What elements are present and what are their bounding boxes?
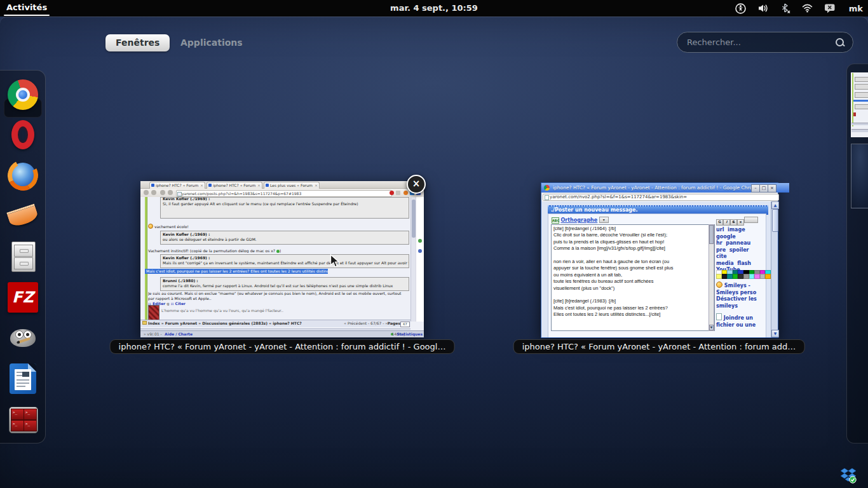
user-avatar	[148, 305, 159, 321]
tab-windows[interactable]: Fenêtres	[105, 34, 170, 51]
bbcode-media-link[interactable]: media	[716, 261, 734, 266]
folder-icon	[142, 321, 147, 325]
dock-filezilla-icon[interactable]: FZ	[8, 282, 38, 313]
volume-icon[interactable]	[757, 3, 770, 13]
attach-block: Joindre un fichier ou une	[716, 313, 756, 329]
bbcode-hr-link[interactable]: hr	[716, 240, 722, 246]
bold-button[interactable]: G	[716, 219, 723, 226]
bbcode-url-link[interactable]: url	[716, 227, 724, 233]
im-status-icon[interactable]	[824, 3, 836, 14]
maximize-button[interactable]: □	[759, 184, 768, 193]
browser-tab-3[interactable]: Les plus vues « Forum y... ×	[264, 182, 320, 189]
bbcode-flash-link[interactable]: flash	[737, 261, 751, 266]
attach-link[interactable]: Joindre un	[724, 315, 753, 321]
address-bar[interactable]: yaronet.com/posts.php?sl=&h=1983&s=11727…	[176, 190, 392, 197]
window-thumbnail-2[interactable]: iphone? HTC? « Forum yAronet - yAronet -…	[541, 182, 778, 338]
dropbox-tray-icon[interactable]	[840, 468, 858, 484]
bbcode-pre-link[interactable]: pre	[716, 247, 726, 253]
adblock-icon[interactable]	[390, 191, 394, 195]
home-button[interactable]	[168, 190, 173, 195]
tab-close-icon[interactable]: ×	[257, 183, 261, 187]
close-button[interactable]: ×	[768, 184, 776, 193]
bbcode-cite-link[interactable]: cite	[716, 254, 727, 259]
stats-link[interactable]: Statistiques	[397, 331, 423, 337]
forward-button[interactable]	[151, 190, 156, 195]
bbcode-spoiler-link[interactable]: spoiler	[729, 247, 749, 253]
format-buttons: GISx	[716, 217, 764, 226]
browser-toolbar: yaronet.com/posts.php?sl=&h=1983&s=11727…	[140, 189, 424, 198]
reload-button[interactable]	[160, 190, 165, 195]
user-menu[interactable]: mk	[849, 4, 863, 13]
selected-text: Mais c'est idiot, pourquoi ne pas laisse…	[145, 269, 328, 274]
dock-opera-icon[interactable]	[10, 120, 36, 151]
help-link[interactable]: Aide / Charte	[165, 331, 193, 337]
forum-quote-1: Kevin Kofler (./1969) : Si, il faut gard…	[160, 197, 409, 219]
disable-smileys-link[interactable]: Désactiver les	[716, 296, 757, 302]
address-row: yaronet.com/nvo2.php?sl=&f=1&s=117274&ar…	[541, 193, 778, 202]
italic-button[interactable]: I	[723, 219, 730, 226]
top-bar: Activités mar. 4 sept., 10:59 mk	[0, 0, 868, 17]
color-palette-row-2[interactable]	[716, 274, 776, 279]
workspace-thumbnail-2[interactable]	[851, 144, 868, 208]
bbcode-image-link[interactable]: image	[728, 227, 745, 233]
forum-reply-1: vachement écolo!	[148, 224, 189, 229]
scroll-down-icon[interactable]: ▼	[771, 330, 779, 337]
bluetooth-disabled-icon[interactable]	[781, 3, 790, 14]
dock-libreoffice-writer-icon[interactable]	[8, 363, 38, 394]
dock-chrome-icon[interactable]	[8, 79, 38, 110]
forum-quote-3: Kevin Kofler (./1969) : Mais ils ont "co…	[160, 254, 409, 268]
accessibility-icon[interactable]	[735, 3, 746, 14]
back-button[interactable]	[144, 190, 149, 195]
spellcheck-link[interactable]: Orthographe	[561, 217, 598, 223]
search-input[interactable]	[677, 37, 835, 47]
search-box[interactable]	[677, 32, 853, 53]
dock-gimp-icon[interactable]	[8, 323, 38, 353]
gnome-shell-activities-overview: Activités mar. 4 sept., 10:59 mk Fenêtr	[0, 0, 868, 488]
cite-link[interactable]: :: Citer	[171, 301, 186, 306]
tab-close-icon[interactable]: ×	[315, 183, 318, 187]
strike-button[interactable]: S	[730, 219, 737, 226]
scroll-down-icon[interactable]: ▼	[709, 325, 714, 330]
compose-page: ./Poster un nouveau message. ABC Orthogr…	[541, 201, 778, 337]
breadcrumb[interactable]: Index » Forum yAronet » Discussions géné…	[148, 320, 302, 327]
address-bar[interactable]: yaronet.com/nvo2.php?sl=&f=1&s=117274&ar…	[543, 194, 779, 201]
window-close-button[interactable]: ×	[407, 175, 426, 194]
more-format-button[interactable]	[744, 217, 758, 223]
activities-active-indicator	[4, 15, 50, 16]
extension-icon[interactable]	[403, 191, 408, 195]
dock-firefox-icon[interactable]	[8, 160, 38, 191]
browser-tab-1[interactable]: iphone? HTC? « Forum y... ×	[149, 182, 205, 189]
mouse-cursor	[330, 254, 341, 271]
smiley-icon	[148, 224, 153, 229]
smileys-link[interactable]: Smileys -	[724, 283, 750, 288]
sub-button[interactable]: x	[737, 219, 744, 226]
message-textarea[interactable]: [cite] [b]redangel (./1964) :[/b] Clic d…	[551, 224, 715, 331]
window-scrollbar[interactable]: ▲ ▼	[771, 201, 778, 337]
window-1-caption: iphone? HTC? « Forum yAronet - yAronet -…	[110, 339, 455, 354]
pages-dropdown[interactable]: 67	[400, 322, 410, 327]
tab-close-icon[interactable]: ×	[200, 183, 203, 187]
tab-applications[interactable]: Applications	[170, 34, 253, 51]
dock-file-manager-icon[interactable]	[8, 241, 38, 271]
browser-tab-2[interactable]: iphone? HTC? « Forum y... ×	[207, 182, 262, 189]
window-thumbnail-1[interactable]: iphone? HTC? « Forum y... × iphone? HTC?…	[140, 181, 424, 337]
browser-tab-strip: iphone? HTC? « Forum y... × iphone? HTC?…	[140, 181, 424, 189]
workspace-thumbnail-1[interactable]	[851, 72, 868, 137]
spellcheck-icon: ABC	[552, 217, 559, 224]
pagination[interactable]: « Précédent - 67/67 - » ::	[344, 320, 391, 327]
dock-terminator-icon[interactable]: >_ >_ >_ >_	[8, 404, 38, 435]
minimize-button[interactable]: –	[751, 184, 760, 193]
textarea-scrollbar[interactable]: ▼	[709, 224, 714, 331]
smileys-perso-link[interactable]: Smileys perso	[716, 290, 756, 295]
bookmark-star-icon[interactable]	[396, 191, 400, 195]
wifi-icon[interactable]	[802, 4, 813, 13]
bbcode-google-link[interactable]: google	[716, 234, 736, 240]
bbcode-panneau-link[interactable]: panneau	[726, 240, 750, 246]
scroll-up-icon[interactable]: ▲	[771, 201, 779, 209]
forum-quote-4: Brunni (./1980) : comme l'a dit Kevin, f…	[160, 277, 409, 291]
spellcheck-dropdown[interactable]: ▾	[599, 217, 609, 223]
forum-breadcrumb-row: Index » Forum yAronet » Discussions géné…	[140, 320, 410, 327]
dock-clementine-icon[interactable]	[8, 200, 38, 231]
forum-reply-3: Je suis au courant. Mais si on exclue "m…	[148, 291, 405, 301]
tab-favicon	[151, 184, 154, 187]
